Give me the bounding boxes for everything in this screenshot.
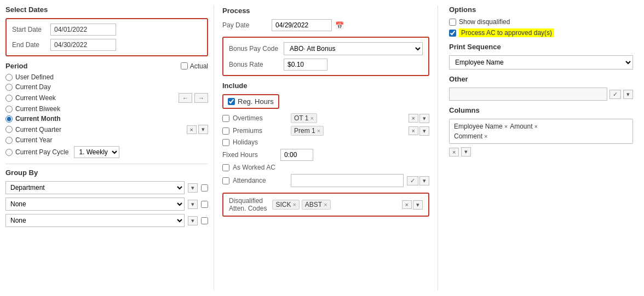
group-row-2: None ▾ [5,198,208,211]
group-select-3[interactable]: None [5,214,185,227]
columns-x-btn[interactable]: × [449,148,459,156]
pay-date-input[interactable] [272,19,332,31]
reg-hours-checkbox[interactable] [228,98,235,105]
overtimes-ctrl: × ▾ [409,114,429,123]
select-dates-box: Start Date End Date [5,18,208,56]
radio-current-month[interactable] [5,115,13,123]
period-user-defined: User Defined [5,73,208,81]
columns-chevron-btn[interactable]: ▾ [461,147,471,156]
group2-checkbox[interactable] [201,201,208,208]
overtimes-x-btn[interactable]: × [409,114,418,123]
overtimes-checkbox[interactable] [222,115,229,122]
group3-checkbox[interactable] [201,217,208,224]
employee-name-col-x[interactable]: × [504,123,508,130]
show-disqualified-label: Show disqualified [459,18,510,26]
quarter-x-btn[interactable]: × [187,125,197,134]
other-section: Other ✓ ▾ [449,75,633,101]
select-dates-title: Select Dates [5,5,208,14]
radio-current-day[interactable] [5,84,13,91]
disq-chevron-btn[interactable]: ▾ [413,200,423,210]
group-select-2[interactable]: None [5,198,185,211]
period-section: Period Actual User Defined [5,62,208,158]
right-column: Options Show disqualified Process AC to … [444,5,639,291]
overtimes-chevron-btn[interactable]: ▾ [419,114,429,123]
start-date-row: Start Date [12,24,202,36]
options-section: Options Show disqualified Process AC to … [449,5,633,37]
calendar-icon[interactable]: 📅 [335,21,344,30]
group2-chevron[interactable]: ▾ [188,200,198,209]
group-by-section: Group By Department ▾ None ▾ None ▾ [5,169,208,227]
bonus-rate-row: Bonus Rate [229,59,423,71]
disq-x-btn[interactable]: × [402,200,412,209]
prem1-tag-x[interactable]: × [317,127,320,134]
radio-current-pay-cycle[interactable] [5,149,13,156]
amount-col-x[interactable]: × [534,123,538,130]
group-select-1[interactable]: Department [5,181,185,194]
process-ac-checkbox[interactable] [449,30,456,37]
amount-col-tag: Amount × [510,123,538,130]
premiums-tags: Prem 1 × [291,126,405,136]
premiums-chevron-btn[interactable]: ▾ [419,126,429,136]
ot1-tag-text: OT 1 [294,114,308,122]
other-check-btn[interactable]: ✓ [610,90,621,99]
attendance-checkbox[interactable] [222,177,229,184]
group1-chevron[interactable]: ▾ [188,183,198,193]
as-worked-row: As Worked AC [222,164,429,171]
overtimes-row: Overtimes OT 1 × × ▾ [222,113,429,123]
as-worked-checkbox[interactable] [222,164,229,171]
bonus-pay-code-select[interactable]: ABO· Att Bonus [284,42,423,55]
other-input[interactable] [449,88,607,101]
comment-col-x[interactable]: × [484,133,487,140]
overtimes-tags: OT 1 × [291,113,405,123]
reg-hours-box: Reg. Hours [222,94,279,109]
label-current-month: Current Month [15,115,61,123]
premiums-label: Premiums [233,127,288,135]
radio-current-week[interactable] [5,95,13,102]
radio-user-defined[interactable] [5,74,13,81]
attendance-check-btn[interactable]: ✓ [407,176,418,185]
ot1-tag: OT 1 × [291,113,317,123]
week-arrow-right[interactable]: → [194,93,208,103]
bonus-rate-input[interactable] [284,59,327,71]
group1-checkbox[interactable] [201,184,208,191]
employee-name-col-text: Employee Name [454,123,503,130]
other-chevron-btn[interactable]: ▾ [623,90,633,99]
premiums-x-btn[interactable]: × [409,126,418,135]
columns-tags-row2: Comment × [454,132,628,140]
end-date-input[interactable] [50,39,116,51]
period-current-biweek: Current Biweek [5,105,208,113]
prem1-tag: Prem 1 × [291,126,324,136]
print-sequence-select[interactable]: Employee Name [449,55,633,69]
attendance-ctrl: ✓ ▾ [407,176,429,185]
radio-current-year[interactable] [5,137,13,144]
sick-tag-x[interactable]: × [292,201,296,208]
attendance-chevron-btn[interactable]: ▾ [419,176,429,185]
columns-tags: Employee Name × Amount × [454,123,628,130]
ot1-tag-x[interactable]: × [310,115,313,121]
quarter-chevron-btn[interactable]: ▾ [198,125,208,134]
end-date-row: End Date [12,39,202,51]
start-date-input[interactable] [50,24,116,36]
pay-date-row: Pay Date 📅 [222,19,429,31]
process-ac-row: Process AC to approved day(s) [449,28,633,37]
left-column: Select Dates Start Date End Date Period … [5,5,208,291]
holidays-checkbox[interactable] [222,139,229,146]
actual-checkbox[interactable] [181,62,188,69]
pay-cycle-select[interactable]: 1. Weekly [74,146,119,158]
abst-tag-x[interactable]: × [324,201,327,208]
other-title: Other [449,75,633,83]
group3-chevron[interactable]: ▾ [188,216,198,225]
week-arrow-left[interactable]: ← [179,93,192,103]
label-current-week: Current Week [15,94,56,102]
disq-label-2: Atten. Codes [229,205,267,212]
show-disqualified-checkbox[interactable] [449,19,456,26]
radio-current-quarter[interactable] [5,126,13,133]
fixed-hours-input[interactable] [280,149,313,161]
premiums-checkbox[interactable] [222,127,229,135]
radio-current-biweek[interactable] [5,106,13,113]
middle-column: Process Pay Date 📅 Bonus Pay Code ABO· A… [214,5,438,291]
disqualified-box: Disqualified Atten. Codes SICK × ABST × … [222,193,429,217]
label-current-pay-cycle: Current Pay Cycle [15,148,68,156]
employee-name-col-tag: Employee Name × [454,123,508,130]
overtimes-label: Overtimes [233,114,288,122]
